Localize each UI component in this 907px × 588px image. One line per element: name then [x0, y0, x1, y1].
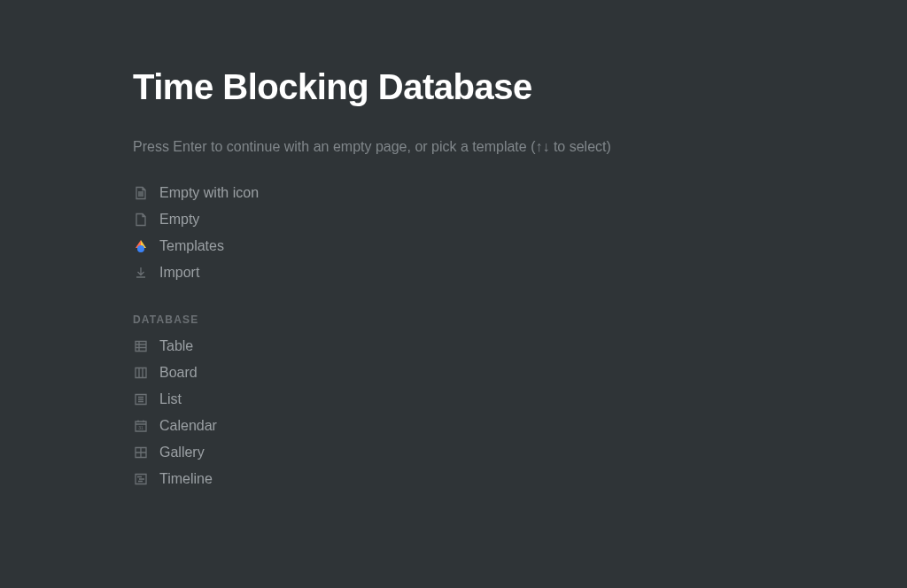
option-label: Empty with icon	[159, 185, 259, 201]
templates-icon	[133, 238, 149, 254]
option-timeline[interactable]: Timeline	[133, 469, 638, 488]
option-list[interactable]: List	[133, 390, 638, 408]
page-title: Time Blocking Database	[133, 67, 638, 107]
option-calendar[interactable]: 31 Calendar	[133, 416, 638, 435]
svg-point-0	[137, 245, 144, 252]
option-board[interactable]: Board	[133, 363, 638, 382]
table-icon	[133, 338, 149, 354]
option-table[interactable]: Table	[133, 337, 638, 355]
option-label: Templates	[159, 238, 224, 254]
list-icon	[133, 391, 149, 407]
option-label: List	[159, 391, 182, 407]
option-empty-with-icon[interactable]: Empty with icon	[133, 183, 638, 202]
svg-text:31: 31	[138, 425, 143, 430]
page-icon	[133, 212, 149, 228]
page-with-lines-icon	[133, 185, 149, 201]
board-icon	[133, 365, 149, 381]
download-icon	[133, 265, 149, 281]
option-label: Import	[159, 265, 199, 281]
option-label: Timeline	[159, 471, 213, 487]
option-templates[interactable]: Templates	[133, 236, 638, 255]
database-section-header: DATABASE	[133, 313, 638, 326]
template-hint: Press Enter to continue with an empty pa…	[133, 139, 638, 155]
option-import[interactable]: Import	[133, 263, 638, 282]
option-label: Board	[159, 365, 198, 381]
option-label: Gallery	[159, 445, 205, 460]
timeline-icon	[133, 471, 149, 487]
calendar-icon: 31	[133, 418, 149, 434]
option-empty[interactable]: Empty	[133, 210, 638, 228]
option-label: Table	[159, 338, 193, 354]
option-gallery[interactable]: Gallery	[133, 443, 638, 461]
option-label: Empty	[159, 212, 199, 228]
gallery-icon	[133, 445, 149, 460]
primary-options-list: Empty with icon Empty Templates Import	[133, 183, 638, 282]
option-label: Calendar	[159, 418, 217, 434]
database-options-list: Table Board List 31 Calendar Gallery	[133, 337, 638, 488]
